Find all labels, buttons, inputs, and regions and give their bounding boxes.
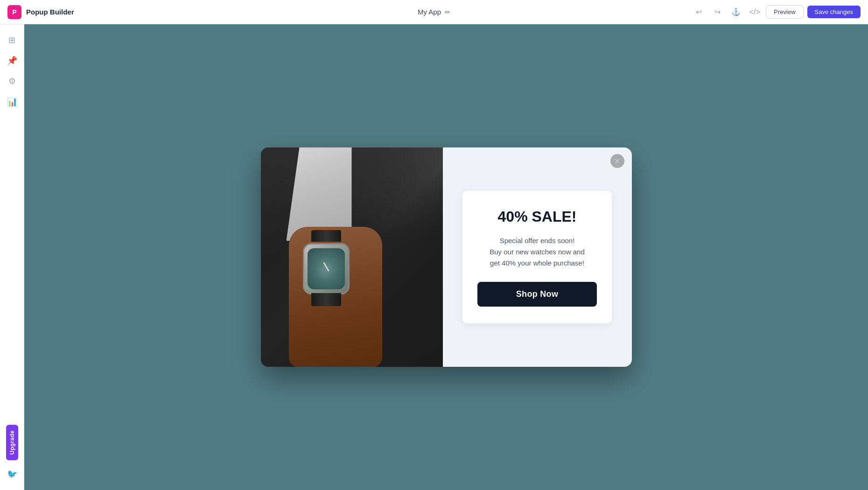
popup-headline: 40% SALE! — [477, 208, 597, 225]
sidebar-item-chart[interactable]: 📊 — [4, 93, 21, 110]
watch-strap-top — [311, 230, 341, 242]
popup-card: 40% SALE! Special offer ends soon! Buy o… — [462, 191, 612, 323]
redo-button[interactable]: ↪ — [710, 5, 725, 20]
popup-close-button[interactable]: × — [610, 154, 624, 168]
popup-image-side — [261, 147, 443, 367]
shop-now-button[interactable]: Shop Now — [477, 282, 597, 307]
canvas-area: × 40% SALE! Special offer ends soon! Buy… — [24, 24, 868, 490]
header-right: ↩ ↪ ⚓ </> Preview Save changes — [576, 5, 861, 20]
app-name-label: My App — [418, 8, 441, 16]
sidebar: ⊞ 📌 ⚙ 📊 Upgrade 🐦 — [0, 24, 24, 490]
save-changes-button[interactable]: Save changes — [807, 6, 861, 18]
popup-body-line2: Buy our new watches now and — [490, 248, 584, 256]
edit-app-name-icon[interactable]: ✏ — [445, 8, 450, 16]
popup-body: Special offer ends soon! Buy our new wat… — [477, 235, 597, 269]
watch-face — [303, 243, 350, 294]
sidebar-item-pin[interactable]: 📌 — [4, 52, 21, 69]
popup-body-line3: get 40% your whole purchase! — [490, 259, 584, 267]
preview-button[interactable]: Preview — [766, 5, 803, 19]
popup-container: × 40% SALE! Special offer ends soon! Buy… — [261, 147, 632, 367]
sidebar-bottom: Upgrade 🐦 — [4, 425, 21, 483]
popup-background-image — [261, 147, 443, 367]
upgrade-button[interactable]: Upgrade — [6, 425, 18, 460]
watch-strap-bottom — [311, 293, 341, 306]
main-layout: ⊞ 📌 ⚙ 📊 Upgrade 🐦 — [0, 24, 868, 490]
header: P Popup Builder My App ✏ ↩ ↪ ⚓ </> Previ… — [0, 0, 868, 24]
header-center: My App ✏ — [292, 8, 576, 16]
sidebar-item-user[interactable]: 🐦 — [4, 466, 21, 483]
sidebar-item-settings[interactable]: ⚙ — [4, 73, 21, 90]
close-icon: × — [615, 156, 620, 167]
sidebar-item-grid[interactable]: ⊞ — [4, 32, 21, 49]
header-left: P Popup Builder — [7, 5, 292, 19]
anchor-button[interactable]: ⚓ — [728, 5, 743, 20]
popup-body-line1: Special offer ends soon! — [500, 237, 575, 245]
undo-button[interactable]: ↩ — [691, 5, 706, 20]
watch-dial — [308, 248, 345, 289]
app-title: Popup Builder — [26, 8, 74, 16]
app-logo: P — [7, 5, 21, 19]
popup-content-side: 40% SALE! Special offer ends soon! Buy o… — [443, 147, 632, 367]
code-button[interactable]: </> — [747, 5, 762, 20]
